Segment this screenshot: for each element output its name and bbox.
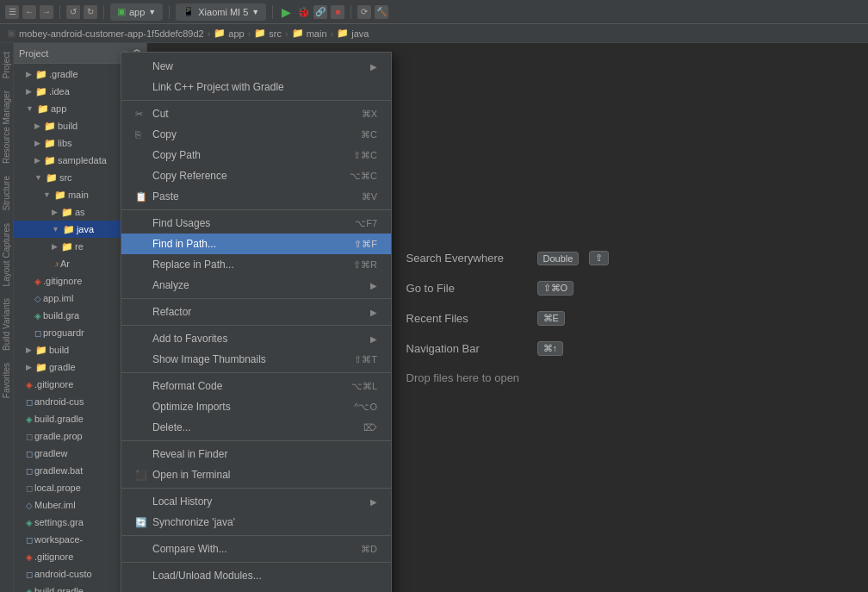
sidebar-tab-favorites[interactable]: Favorites — [0, 358, 13, 403]
run-button[interactable]: ▶ — [279, 5, 293, 19]
menu-sep-1 — [121, 100, 391, 101]
git-icon: ◈ — [34, 277, 41, 286]
breadcrumb-project-name[interactable]: mobey-android-customer-app-1f5ddefc89d2 — [19, 28, 204, 39]
folder-icon: 📁 — [35, 345, 47, 356]
menu-item-mark-directory[interactable]: Mark Directory as ▶ — [121, 586, 391, 592]
menu-sep-4 — [121, 325, 391, 326]
device-selector[interactable]: 📱 Xiaomi MI 5 ▼ — [176, 3, 266, 21]
menu-arrow-new: ▶ — [370, 62, 377, 72]
debug-button[interactable]: 🐞 — [296, 5, 310, 19]
menu-label-copy: Copy — [152, 128, 177, 140]
menu-item-find-in-path[interactable]: Find in Path... ⇧⌘F — [121, 234, 391, 254]
toolbar-sep-1 — [59, 5, 60, 19]
tree-arrow-sampledata: ▶ — [34, 156, 40, 165]
tree-label: .idea — [49, 86, 70, 97]
search-everywhere-key1: Double — [537, 252, 580, 265]
menu-item-reveal-finder[interactable]: Reveal in Finder — [121, 444, 391, 464]
menu-label-open-terminal: Open in Terminal — [152, 469, 231, 481]
goto-file-label: Go to File — [406, 282, 527, 295]
find-path-shortcut: ⇧⌘F — [354, 239, 377, 250]
menu-item-analyze[interactable]: Analyze ▶ — [121, 275, 391, 296]
toolbar-redo-icon[interactable]: ↻ — [84, 5, 97, 19]
sidebar-tab-project[interactable]: Project — [0, 47, 13, 84]
tree-arrow-src: ▼ — [34, 173, 42, 182]
menu-sep-3 — [121, 298, 391, 299]
menu-item-link-cpp[interactable]: Link C++ Project with Gradle — [121, 77, 391, 97]
attach-button[interactable]: 🔗 — [313, 5, 327, 19]
reformat-shortcut: ⌥⌘L — [351, 381, 377, 392]
toolbar-forward-icon[interactable]: → — [40, 5, 53, 19]
stop-button[interactable]: ■ — [331, 5, 344, 19]
tree-label: app.iml — [43, 293, 73, 303]
tree-label: sampledata — [58, 155, 107, 165]
sidebar-tab-structure[interactable]: Structure — [0, 171, 13, 216]
breadcrumb-main-label: main — [307, 28, 327, 39]
menu-item-paste[interactable]: 📋 Paste ⌘V — [121, 186, 391, 207]
optimize-shortcut: ^⌥O — [354, 402, 377, 413]
breadcrumb-app[interactable]: 📁 app — [214, 28, 244, 39]
menu-item-local-history[interactable]: Local History ▶ — [121, 491, 391, 512]
menu-item-new[interactable]: New ▶ — [121, 56, 391, 77]
menu-item-copy-path[interactable]: Copy Path ⇧⌘C — [121, 145, 391, 165]
sidebar-tab-layout-captures[interactable]: Layout Captures — [0, 218, 13, 291]
tree-arrow-main: ▼ — [43, 190, 51, 199]
breadcrumb-java-label: java — [351, 28, 369, 39]
tree-label: Ar — [60, 259, 70, 269]
toolbar-sep-2 — [103, 5, 104, 19]
menu-item-optimize-imports[interactable]: Optimize Imports ^⌥O — [121, 396, 391, 417]
toolbar-back-icon[interactable]: ← — [22, 5, 36, 19]
menu-item-load-unload[interactable]: Load/Unload Modules... — [121, 565, 391, 586]
sidebar-tab-resource-manager[interactable]: Resource Manager — [0, 85, 13, 169]
menu-item-replace-in-path[interactable]: Replace in Path... ⇧⌘R — [121, 254, 391, 275]
file-icon: ◻ — [26, 449, 33, 458]
folder-icon: 📁 — [61, 207, 73, 218]
menu-item-synchronize[interactable]: 🔄 Synchronize 'java' — [121, 512, 391, 533]
tree-label: libs — [58, 138, 72, 148]
toolbar-sep-4 — [272, 5, 273, 19]
tree-label: local.prope — [34, 483, 81, 493]
toolbar-menu-icon[interactable]: ☰ — [5, 5, 19, 19]
breadcrumb-src[interactable]: 📁 src — [254, 28, 282, 39]
copy-ref-shortcut: ⌥⌘C — [350, 171, 377, 182]
menu-item-add-favorites[interactable]: Add to Favorites ▶ — [121, 328, 391, 349]
menu-item-delete[interactable]: Delete... ⌦ — [121, 417, 391, 438]
menu-label-replace-in-path: Replace in Path... — [152, 259, 234, 271]
breadcrumb-java[interactable]: 📁 java — [337, 28, 369, 39]
breadcrumb-main[interactable]: 📁 main — [292, 28, 327, 39]
menu-item-show-image[interactable]: Show Image Thumbnails ⇧⌘T — [121, 349, 391, 370]
folder-icon-main: 📁 — [292, 28, 304, 39]
folder-icon-src: 📁 — [254, 28, 266, 39]
tree-arrow-gradle: ▶ — [26, 70, 32, 78]
app-selector[interactable]: ▣ app ▼ — [110, 3, 163, 21]
dropdown-icon: ▼ — [148, 8, 156, 16]
find-usages-shortcut: ⌥F7 — [355, 218, 377, 229]
iml-icon: ◇ — [34, 294, 41, 303]
gradle-icon: ◈ — [34, 311, 41, 321]
paste-shortcut: ⌘V — [362, 191, 377, 203]
navigation-bar-label: Navigation Bar — [406, 342, 527, 355]
tree-label: gradlew — [34, 448, 68, 458]
menu-item-reformat[interactable]: Reformat Code ⌥⌘L — [121, 376, 391, 396]
paste-icon: 📋 — [135, 191, 147, 203]
sidebar-tab-build-variants[interactable]: Build Variants — [0, 293, 13, 356]
menu-label-copy-path: Copy Path — [152, 149, 201, 161]
menu-item-cut[interactable]: ✂ Cut ⌘X — [121, 103, 391, 124]
menu-item-copy-reference[interactable]: Copy Reference ⌥⌘C — [121, 165, 391, 186]
toolbar-undo-icon[interactable]: ↺ — [66, 5, 80, 19]
menu-item-compare-with[interactable]: Compare With... ⌘D — [121, 539, 391, 559]
menu-item-refactor[interactable]: Refactor ▶ — [121, 302, 391, 322]
menu-item-copy[interactable]: ⎘ Copy ⌘C — [121, 124, 391, 145]
phone-icon: 📱 — [183, 6, 195, 17]
copy-path-shortcut: ⇧⌘C — [353, 150, 377, 161]
recent-files-label: Recent Files — [406, 312, 527, 325]
menu-label-synchronize: Synchronize 'java' — [152, 516, 235, 528]
build-button[interactable]: 🔨 — [375, 5, 388, 19]
folder-icon: 📁 — [35, 86, 47, 97]
menu-item-find-usages[interactable]: Find Usages ⌥F7 — [121, 213, 391, 234]
menu-item-open-terminal[interactable]: ⬛ Open in Terminal — [121, 464, 391, 485]
sync-button[interactable]: ⟳ — [357, 5, 371, 19]
tree-arrow-idea: ▶ — [26, 87, 32, 96]
menu-label-reformat: Reformat Code — [152, 380, 222, 392]
navigation-bar-hint: Navigation Bar ⌘↑ — [406, 341, 610, 356]
tree-arrow-assets: ▶ — [52, 208, 58, 216]
